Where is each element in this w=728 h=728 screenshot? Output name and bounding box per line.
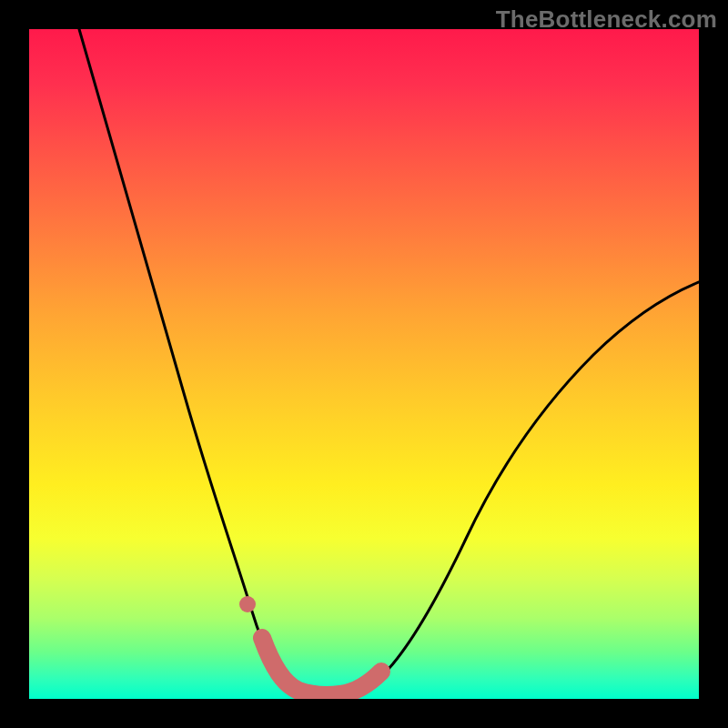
curve-layer: [29, 29, 699, 699]
bottleneck-curve: [79, 29, 699, 695]
marker-dot: [239, 596, 256, 612]
plot-area: [29, 29, 699, 699]
chart-frame: TheBottleneck.com: [0, 0, 728, 728]
watermark-label: TheBottleneck.com: [496, 5, 717, 34]
optimal-zone-band: [262, 638, 381, 695]
